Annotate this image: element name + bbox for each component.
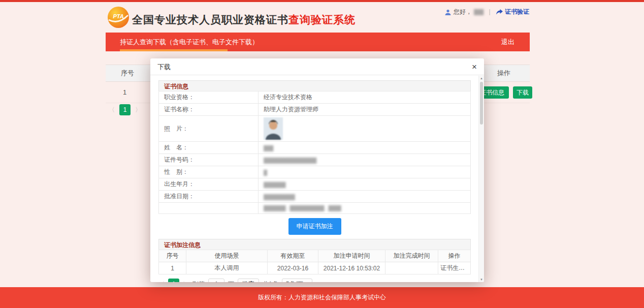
modal-pagination: 〈 1 〉 到第 页 确定 共1条 5条/页 ▾ (158, 279, 471, 282)
apply-button-row: 申请证书加注 (158, 218, 471, 235)
cell-scene: 本人调用 (186, 262, 268, 274)
field-label: 出生年月： (159, 178, 259, 191)
modal-body: 证书信息 职业资格： 经济专业技术资格 证书名称： 助理人力资源管理师 照 片： (150, 75, 479, 282)
table-row: 性 别： █ (159, 166, 471, 178)
current-page[interactable]: 1 (119, 104, 131, 115)
top-accent-bar (0, 0, 644, 2)
redacted-value: ███ (264, 145, 273, 151)
field-label: 照 片： (159, 116, 259, 142)
table-row: 证书名称： 助理人力资源管理师 (159, 104, 471, 116)
prev-page-button[interactable]: 〈 (109, 106, 115, 114)
cell-apply-time: 2021-12-16 10:53:02 (318, 262, 385, 274)
field-value: ███ (259, 142, 471, 154)
scrollbar[interactable]: ▲ ▼ (478, 76, 484, 282)
scrollbar-thumb[interactable] (480, 82, 483, 125)
current-page[interactable]: 1 (168, 279, 179, 282)
page-jump-input[interactable] (208, 279, 224, 282)
field-label: 职业资格： (159, 91, 259, 104)
chevron-down-icon: ▾ (307, 279, 310, 282)
confirm-button[interactable]: 确定 (238, 279, 259, 282)
table-header-row: 序号 使用场景 有效期至 加注申请时间 加注完成时间 操作 (159, 250, 471, 262)
username: ███ (474, 9, 483, 15)
redacted-value: ██████████ (264, 194, 295, 200)
table-row: 姓 名： ███ (159, 142, 471, 154)
column-complete-time: 加注完成时间 (385, 250, 438, 262)
nav-bar: 持证人查询下载（含电子证书、电子文件下载） 退出 (106, 33, 530, 51)
field-value: █████████████████ (259, 154, 471, 166)
user-icon (444, 9, 452, 16)
cell-valid-until: 2022-03-16 (268, 262, 318, 274)
column-action: 操作 (438, 250, 471, 262)
page-size-value: 5条/页 (286, 281, 303, 282)
page: PTA 全国专业技术人员职业资格证书查询验证系统 您好， ███ ｜ 证书验证 … (0, 0, 644, 308)
scroll-down-icon[interactable]: ▼ (479, 278, 484, 281)
section-cert-info: 证书信息 (158, 80, 471, 91)
user-bar: 您好， ███ ｜ 证书验证 (444, 8, 529, 16)
field-value: █ (259, 166, 471, 178)
column-scene: 使用场景 (186, 250, 268, 262)
redacted-value: ███████ (264, 182, 285, 188)
table-row: 批准日期： ██████████ (159, 191, 471, 203)
column-seq: 序号 (121, 65, 134, 81)
field-label (159, 203, 259, 214)
list-pagination: 〈 1 〉 (109, 104, 141, 115)
field-value: 经济专业技术资格 (259, 91, 471, 104)
field-label: 证书名称： (159, 104, 259, 116)
logout-button[interactable]: 退出 (501, 33, 514, 51)
logo-text: PTA (113, 13, 123, 19)
close-icon[interactable]: × (472, 58, 477, 75)
redacted-value: █ (264, 170, 267, 175)
copyright-text: 版权所有：人力资源和社会保障部人事考试中心 (258, 293, 386, 302)
table-row: 照 片： (159, 116, 471, 142)
redacted-value: █████████████████ (264, 158, 316, 163)
verify-link[interactable]: 证书验证 (505, 8, 529, 16)
certificate-photo (264, 117, 283, 140)
active-tab-underline (120, 49, 228, 51)
apply-annotation-button[interactable]: 申请证书加注 (288, 218, 341, 235)
column-apply-time: 加注申请时间 (318, 250, 385, 262)
field-value: ███████ (259, 178, 471, 191)
column-seq: 序号 (159, 250, 186, 262)
table-row: 职业资格： 经济专业技术资格 (159, 91, 471, 104)
table-row: 证件号码： █████████████████ (159, 154, 471, 166)
share-arrow-icon (496, 9, 503, 15)
row-seq: 1 (123, 82, 126, 103)
field-value-photo (259, 116, 471, 142)
next-page-button[interactable]: 〉 (183, 280, 189, 283)
column-action: 操作 (497, 65, 510, 81)
jump-label: 到第 (192, 280, 205, 283)
greeting-text: 您好， (454, 8, 472, 16)
page-title-main: 全国专业技术人员职业资格证书 (132, 14, 288, 25)
field-value: 助理人力资源管理师 (259, 104, 471, 116)
field-value: ██████████ (259, 191, 471, 203)
table-row: 出生年月： ███████ (159, 178, 471, 191)
cert-info-table: 职业资格： 经济专业技术资格 证书名称： 助理人力资源管理师 照 片： (158, 91, 471, 214)
total-count: 共1条 (263, 280, 278, 283)
cell-complete-time (385, 262, 438, 274)
cert-generating-link[interactable]: 证书生成中… (438, 262, 471, 274)
footer: 版权所有：人力资源和社会保障部人事考试中心 (0, 287, 644, 308)
jump-unit: 页 (228, 280, 234, 283)
table-row: 1 本人调用 2022-03-16 2021-12-16 10:53:02 证书… (159, 262, 471, 274)
scroll-up-icon[interactable]: ▲ (479, 77, 484, 80)
download-button[interactable]: 下载 (513, 86, 532, 99)
table-row: ███████：███████████，████ (159, 203, 471, 214)
cell-seq: 1 (159, 262, 186, 274)
field-label: 姓 名： (159, 142, 259, 154)
modal-header: 下载 × (150, 58, 484, 75)
page-size-select[interactable]: 5条/页 ▾ (282, 279, 312, 282)
next-page-button[interactable]: 〉 (135, 106, 141, 114)
redacted-value: ███████：███████████，████ (264, 205, 341, 211)
section-annotation-info: 证书加注信息 (158, 239, 471, 250)
page-title: 全国专业技术人员职业资格证书查询验证系统 (132, 13, 356, 27)
field-label: 性 别： (159, 166, 259, 178)
tab-holder-query-download[interactable]: 持证人查询下载（含电子证书、电子文件下载） (120, 33, 259, 51)
pta-logo-icon: PTA (107, 6, 130, 28)
download-modal: 下载 × 证书信息 职业资格： 经济专业技术资格 证书名称： 助理人力资源管理师 (150, 58, 484, 282)
modal-title: 下载 (157, 63, 171, 71)
annotation-table: 序号 使用场景 有效期至 加注申请时间 加注完成时间 操作 1 本人调用 202… (158, 250, 471, 274)
prev-page-button[interactable]: 〈 (158, 280, 165, 283)
separator: ｜ (487, 8, 493, 16)
page-title-accent: 查询验证系统 (288, 14, 356, 25)
field-value: ███████：███████████，████ (259, 203, 471, 214)
